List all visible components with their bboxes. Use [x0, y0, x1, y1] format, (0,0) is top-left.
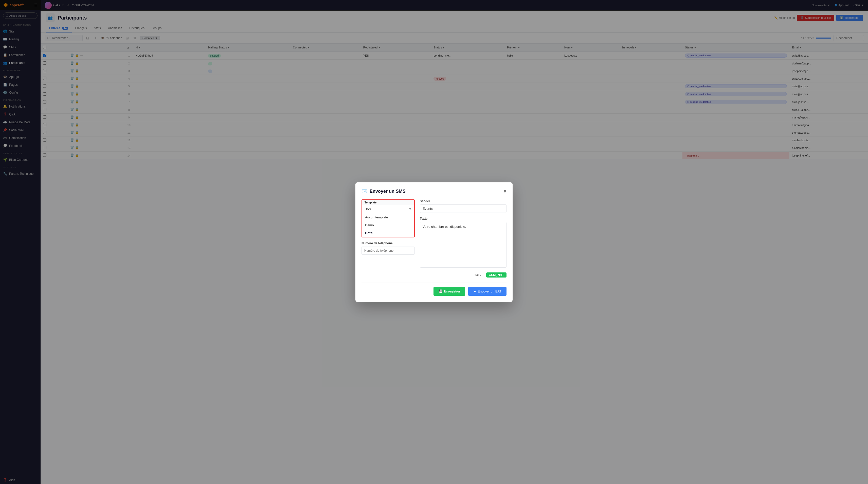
- sms-text-input[interactable]: Votre chambre est disponible.: [420, 222, 506, 267]
- template-dropdown-arrow-icon: ▼: [409, 207, 412, 211]
- modal-title: ✉️ Envoyer un SMS: [362, 189, 406, 194]
- modal-header: ✉️ Envoyer un SMS ×: [362, 189, 506, 194]
- template-label: Template: [362, 200, 414, 205]
- sms-type-badge: GSM_7BIT: [486, 273, 506, 278]
- send-bat-button[interactable]: ➤ Envoyer un BAT: [468, 287, 506, 296]
- sms-envelope-icon: ✉️: [362, 189, 367, 194]
- phone-input[interactable]: [362, 247, 415, 255]
- main-content: Célia ▼ # TuSGkvT3hHC46 Nouveautés ▼ 🔷 A…: [40, 0, 868, 484]
- template-options-list: Aucun template Démo Hôtel: [362, 213, 414, 237]
- modal-title-text: Envoyer un SMS: [370, 189, 406, 194]
- text-label: Texte: [420, 217, 506, 221]
- send-bat-label: Envoyer un BAT: [477, 289, 501, 293]
- modal-body: Template Hôtel ▼ Aucun template Démo: [362, 199, 506, 278]
- sender-input[interactable]: [420, 204, 506, 213]
- send-icon: ➤: [473, 289, 476, 293]
- modal-close-button[interactable]: ×: [503, 189, 506, 194]
- modal-footer: 💾 Enregistrer ➤ Envoyer un BAT: [362, 283, 506, 296]
- modal-right-column: Sender Texte Votre chambre est disponibl…: [420, 199, 506, 278]
- sender-form-group: Sender: [420, 199, 506, 213]
- modal-left-column: Template Hôtel ▼ Aucun template Démo: [362, 199, 415, 278]
- template-form-group: Template Hôtel ▼ Aucun template Démo: [362, 199, 415, 237]
- template-selected-value: Hôtel: [365, 207, 372, 211]
- template-dropdown-container: Template Hôtel ▼ Aucun template Démo: [362, 199, 415, 237]
- template-option-hotel[interactable]: Hôtel: [362, 229, 414, 237]
- save-label: Enregistrer: [444, 289, 460, 293]
- save-button[interactable]: 💾 Enregistrer: [433, 287, 465, 296]
- send-sms-modal: ✉️ Envoyer un SMS × Template Hôtel ▼: [355, 182, 513, 302]
- sms-count: 131 / 1: [474, 273, 484, 277]
- template-option-none[interactable]: Aucun template: [362, 213, 414, 221]
- template-select-row[interactable]: Hôtel ▼: [362, 205, 414, 213]
- phone-label: Numéro de téléphone: [362, 241, 415, 245]
- save-icon: 💾: [439, 289, 443, 293]
- modal-overlay[interactable]: ✉️ Envoyer un SMS × Template Hôtel ▼: [40, 0, 868, 484]
- template-option-demo[interactable]: Démo: [362, 221, 414, 229]
- sender-label: Sender: [420, 199, 506, 203]
- sms-footer: 131 / 1 GSM_7BIT: [420, 273, 506, 278]
- text-form-group: Texte Votre chambre est disponible.: [420, 217, 506, 268]
